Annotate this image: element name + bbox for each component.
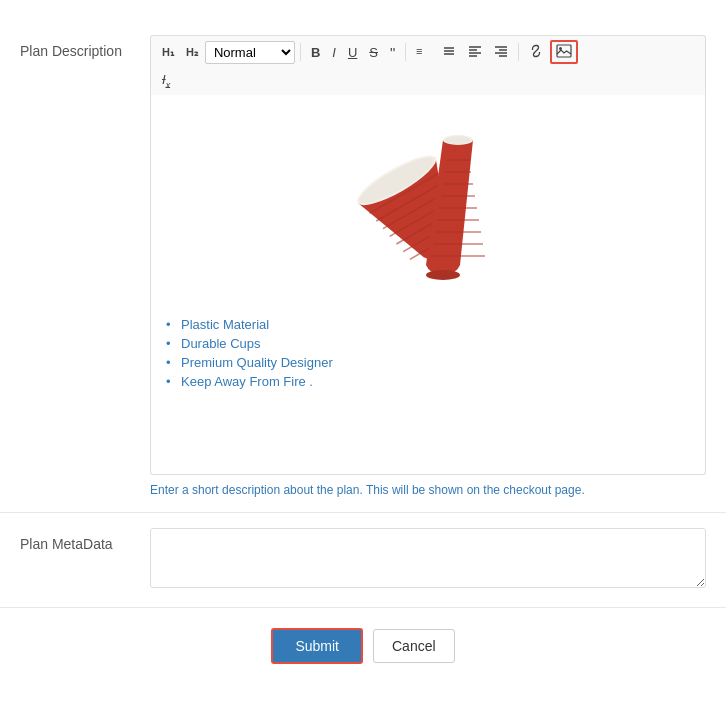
strikethrough-button[interactable]: S: [364, 43, 383, 62]
underline-button[interactable]: U: [343, 43, 362, 62]
plan-description-field: H₁ H₂ Normal Heading 1 Heading 2 Heading…: [150, 35, 706, 497]
cancel-button[interactable]: Cancel: [373, 629, 455, 663]
cups-svg: [318, 110, 538, 295]
toolbar-separator-2: [405, 43, 406, 61]
align-right-icon: [494, 44, 508, 58]
editor-hint: Enter a short description about the plan…: [150, 483, 706, 497]
image-button[interactable]: [550, 40, 578, 64]
plan-metadata-row: Plan MetaData: [0, 513, 726, 608]
toolbar-separator-3: [518, 43, 519, 61]
ordered-list-button[interactable]: ≡: [411, 41, 435, 63]
svg-text:≡: ≡: [416, 45, 422, 57]
unordered-list-icon: [442, 44, 456, 58]
bullet-list: Plastic Material Durable Cups Premium Qu…: [166, 315, 690, 391]
plan-description-row: Plan Description H₁ H₂ Normal Heading 1 …: [0, 20, 726, 513]
ordered-list-icon: ≡: [416, 44, 430, 58]
plan-description-label: Plan Description: [20, 35, 150, 59]
svg-point-35: [426, 270, 460, 280]
list-item: Plastic Material: [166, 315, 690, 334]
bold-button[interactable]: B: [306, 43, 325, 62]
align-right-button[interactable]: [489, 41, 513, 63]
editor-toolbar-row2: Ix: [150, 68, 706, 95]
plan-metadata-field: [150, 528, 706, 592]
metadata-textarea[interactable]: [150, 528, 706, 588]
image-icon: [556, 44, 572, 58]
align-left-icon: [468, 44, 482, 58]
align-left-button[interactable]: [463, 41, 487, 63]
svg-rect-13: [557, 45, 571, 57]
toolbar-separator-1: [300, 43, 301, 61]
cups-image: [166, 110, 690, 295]
svg-point-34: [445, 136, 471, 144]
editor-content-area[interactable]: Plastic Material Durable Cups Premium Qu…: [150, 95, 706, 475]
submit-row: Submit Cancel: [0, 608, 726, 684]
list-item: Premium Quality Designer: [166, 353, 690, 372]
editor-toolbar: H₁ H₂ Normal Heading 1 Heading 2 Heading…: [150, 35, 706, 68]
svg-point-14: [559, 47, 562, 50]
list-item: Keep Away From Fire .: [166, 372, 690, 391]
h1-button[interactable]: H₁: [157, 44, 179, 61]
link-button[interactable]: [524, 41, 548, 63]
hint-text-before: Enter a short description about the plan…: [150, 483, 366, 497]
quote-button[interactable]: ": [385, 42, 400, 63]
svg-line-12: [534, 49, 538, 53]
link-icon: [529, 44, 543, 58]
unordered-list-button[interactable]: [437, 41, 461, 63]
plan-metadata-label: Plan MetaData: [20, 528, 150, 552]
clear-format-button[interactable]: Ix: [157, 70, 175, 93]
list-item: Durable Cups: [166, 334, 690, 353]
italic-button[interactable]: I: [327, 43, 341, 62]
format-select[interactable]: Normal Heading 1 Heading 2 Heading 3: [205, 41, 295, 64]
hint-text-link: This will be shown on the checkout page.: [366, 483, 585, 497]
submit-button[interactable]: Submit: [271, 628, 363, 664]
h2-button[interactable]: H₂: [181, 44, 203, 61]
